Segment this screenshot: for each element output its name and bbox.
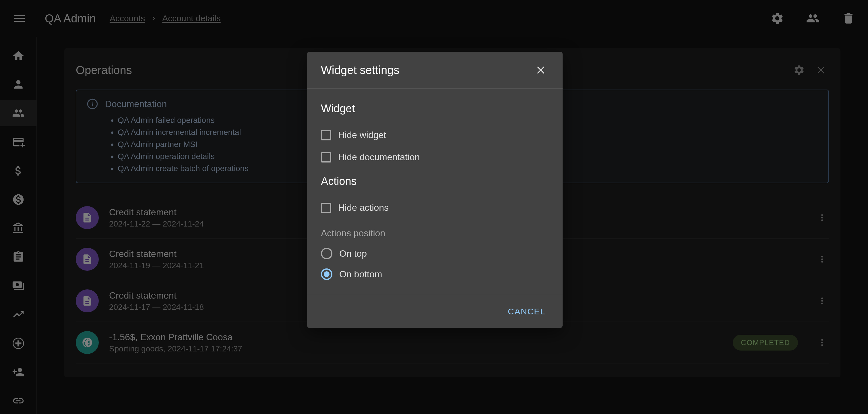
hide-widget-label: Hide widget [338,130,386,140]
widget-settings-dialog: Widget settings Widget Hide widget Hide … [307,52,563,328]
dialog-close-button[interactable] [533,62,549,78]
cancel-button[interactable]: CANCEL [501,302,552,321]
close-icon [534,64,547,77]
checkbox-icon [321,152,331,162]
actions-position-label: Actions position [321,228,549,239]
on-bottom-label: On bottom [339,269,382,279]
radio-on-top[interactable]: On top [321,243,549,264]
radio-icon [321,268,332,280]
section-actions-title: Actions [321,175,549,187]
hide-documentation-checkbox[interactable]: Hide documentation [321,146,549,168]
section-widget-title: Widget [321,102,549,115]
on-top-label: On top [339,248,367,259]
hide-documentation-label: Hide documentation [338,152,420,162]
radio-on-bottom[interactable]: On bottom [321,264,549,285]
dialog-title: Widget settings [321,64,399,77]
hide-actions-checkbox[interactable]: Hide actions [321,197,549,219]
hide-widget-checkbox[interactable]: Hide widget [321,124,549,146]
hide-actions-label: Hide actions [338,202,389,213]
checkbox-icon [321,203,331,213]
checkbox-icon [321,130,331,140]
radio-icon [321,248,332,259]
